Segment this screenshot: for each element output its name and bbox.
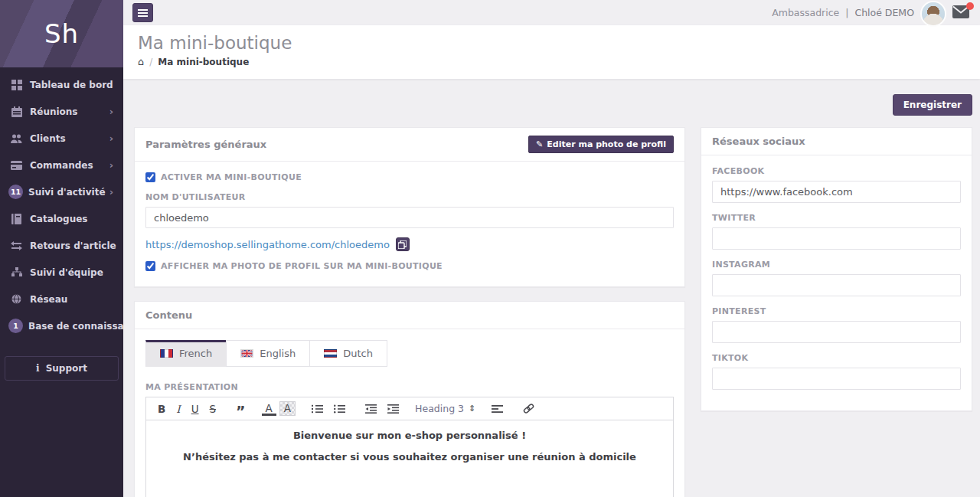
breadcrumb-current: Ma mini-boutique [158,57,249,67]
activate-shop-row: ACTIVER MA MINI-BOUTIQUE [145,172,674,182]
instagram-input[interactable] [712,274,961,296]
bold-button[interactable]: B [154,401,169,417]
tab-label: English [260,348,296,359]
italic-button[interactable]: I [172,401,184,417]
logo-area[interactable]: Sh [0,0,123,67]
facebook-input[interactable] [712,181,961,203]
sidebar-item-commandes[interactable]: Commandes › [0,152,123,178]
align-button[interactable] [488,403,507,415]
shop-url-row: https://demoshop.sellingathome.com/chloe… [145,237,674,251]
content: Enregistrer Paramètres généraux ✎ Editer… [123,79,980,497]
dashboard-icon [10,78,23,91]
info-icon: i [36,363,40,374]
brand-logo: Sh [44,18,79,49]
tiktok-field: TIKTOK [712,353,961,390]
pinterest-input[interactable] [712,321,961,343]
editor-content[interactable]: Bienvenue sur mon e-shop personnalisé ! … [146,420,673,497]
sidebar-item-retours[interactable]: Retours d'article [0,232,123,259]
sidebar-item-label: Suivi d'équipe [30,267,113,278]
sidebar-item-catalogues[interactable]: Catalogues [0,205,123,232]
topbar: Ambassadrice | Chloé DEMO [123,0,980,25]
general-settings-card: Paramètres généraux ✎ Editer ma photo de… [134,127,685,287]
tab-dutch[interactable]: Dutch [309,340,387,367]
page-title: Ma mini-boutique [138,33,980,53]
tab-english[interactable]: English [226,340,310,367]
tiktok-label: TIKTOK [712,353,961,363]
catalog-icon [10,212,23,225]
tab-label: French [179,348,212,359]
avatar[interactable] [922,2,945,25]
right-column: Réseaux sociaux FACEBOOK TWITTER INSTAGR [701,127,972,425]
team-sitemap-icon [10,266,23,279]
pinterest-field: PINTEREST [712,306,961,343]
save-row: Enregistrer [134,94,972,116]
activity-count-badge: 11 [8,185,23,199]
sidebar-item-reseau[interactable]: Réseau [0,286,123,312]
tab-label: Dutch [343,348,373,359]
user-role-name[interactable]: Ambassadrice | Chloé DEMO [772,7,914,18]
sidebar-item-label: Catalogues [30,214,113,224]
sidebar-item-reunions[interactable]: Réunions › [0,98,123,125]
heading-select[interactable]: Heading 3 ⇕ [415,403,475,414]
social-card-body: FACEBOOK TWITTER INSTAGRAM PINTERES [701,155,972,410]
username-input[interactable] [145,207,674,228]
ordered-list-button[interactable] [308,403,327,415]
sidebar-item-label: Commandes [30,160,106,171]
blockquote-button[interactable]: ” [232,401,250,417]
sidebar-item-suivi-activite[interactable]: 11 Suivi d'activité › [0,178,123,205]
french-flag-icon [160,349,173,358]
instagram-label: INSTAGRAM [712,260,961,270]
tab-french[interactable]: French [145,340,227,367]
sidebar: Sh Tableau de bord Réunions › Clients › [0,0,123,497]
sidebar-toggle-button[interactable] [132,3,153,22]
messages-button[interactable] [952,5,971,21]
show-photo-checkbox[interactable] [145,261,155,271]
editor-line-1: Bienvenue sur mon e-shop personnalisé ! [154,430,665,441]
pencil-icon: ✎ [536,139,543,149]
card-title: Réseaux sociaux [712,136,805,147]
support-button[interactable]: iSupport [5,356,119,381]
sidebar-item-clients[interactable]: Clients › [0,125,123,152]
support-label: Support [46,363,87,374]
calendar-icon [10,105,23,118]
home-icon[interactable]: ⌂ [138,56,144,67]
sidebar-item-label: Retours d'article [30,240,116,251]
social-card-header: Réseaux sociaux [701,128,972,155]
user-role: Ambassadrice [772,7,839,18]
chevron-right-icon: › [109,186,113,198]
sidebar-menu: Tableau de bord Réunions › Clients › Com… [0,67,123,339]
twitter-input[interactable] [712,227,961,250]
shop-url-link[interactable]: https://demoshop.sellingathome.com/chloe… [145,239,390,250]
underline-button[interactable]: U [188,401,203,417]
content-card-header: Contenu [135,302,684,329]
twitter-field: TWITTER [712,213,961,250]
sidebar-item-suivi-equipe[interactable]: Suivi d'équipe [0,259,123,286]
social-networks-card: Réseaux sociaux FACEBOOK TWITTER INSTAGR [701,127,972,411]
general-settings-header: Paramètres généraux ✎ Editer ma photo de… [135,128,684,162]
sidebar-item-tableau-de-bord[interactable]: Tableau de bord [0,71,123,98]
text-color-button[interactable]: A [262,402,276,416]
activate-shop-checkbox[interactable] [145,172,155,182]
outdent-button[interactable] [361,403,381,415]
returns-exchange-icon [10,239,23,252]
strikethrough-button[interactable]: S [206,401,220,417]
indent-button[interactable] [384,403,403,415]
sidebar-item-label: Tableau de bord [30,80,113,90]
language-tabs: French English Dutch [145,340,674,367]
copy-url-button[interactable] [396,237,410,251]
editor-line-2: N’hésitez pas à me contacter si vous sou… [154,451,665,463]
user-block: Ambassadrice | Chloé DEMO [772,0,971,25]
save-button[interactable]: Enregistrer [893,94,972,116]
sidebar-item-base-connaissances[interactable]: 1 Base de connaissances › [0,312,123,339]
heading-value: Heading 3 [415,403,464,414]
highlight-color-button[interactable]: A [279,401,296,416]
breadcrumb: ⌂ / Ma mini-boutique [138,56,980,67]
bullet-list-button[interactable] [330,403,349,415]
facebook-label: FACEBOOK [712,166,961,176]
instagram-field: INSTAGRAM [712,260,961,296]
link-button[interactable] [519,402,538,415]
pinterest-label: PINTEREST [712,306,961,316]
edit-profile-photo-button[interactable]: ✎ Editer ma photo de profil [528,136,674,153]
tiktok-input[interactable] [712,368,961,390]
twitter-label: TWITTER [712,213,961,223]
